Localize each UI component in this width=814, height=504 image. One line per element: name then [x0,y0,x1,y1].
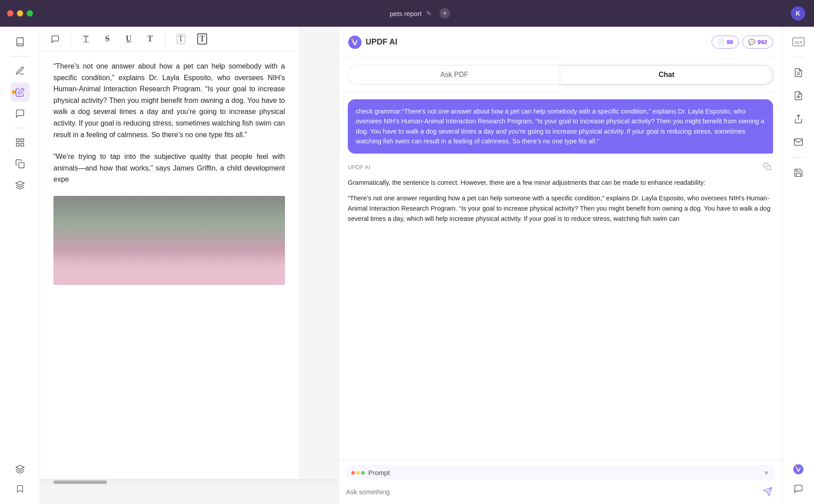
message-icon: 💬 [748,39,755,45]
prompt-dots [351,471,365,475]
tab-switcher: Ask PDF Chat [339,58,782,92]
layer-icon[interactable] [10,175,30,195]
comment-tool-icon[interactable] [47,31,63,47]
left-sidebar [0,27,40,504]
extract-icon[interactable] [789,86,808,106]
svg-marker-7 [16,465,24,469]
edit-icon[interactable]: ✎ [426,10,431,17]
right-sidebar: OCR [782,27,814,504]
tab-ask-pdf[interactable]: Ask PDF [348,65,561,85]
right-side-divider-2 [792,157,805,158]
svg-rect-11 [766,166,771,170]
svg-point-9 [351,38,354,41]
svg-point-10 [357,38,359,41]
ai-assist-icon[interactable] [789,459,808,479]
user-avatar[interactable]: K [791,6,805,20]
mail-icon[interactable] [789,132,808,152]
window-controls [7,10,33,16]
updf-logo: UPDF AI [348,35,397,49]
token-count: 99 [727,39,733,45]
minimize-button[interactable] [17,10,23,16]
ask-input-row [346,484,775,499]
token-badge[interactable]: 📄 99 [712,36,739,49]
toolbar-divider-2 [165,33,166,45]
sidebar-divider-2 [11,128,29,128]
layout-icon[interactable] [10,133,30,152]
chat-bubble-icon[interactable] [789,479,808,499]
right-side-divider-1 [792,57,805,57]
token-icon: 📄 [717,39,724,45]
ai-text-part-2: “There’s not one answer regarding how a … [348,193,773,224]
svg-marker-6 [16,181,24,185]
updf-logo-icon [348,35,362,49]
maximize-button[interactable] [27,10,33,16]
ai-message-1: UPDF AI Grammatically, the sentence is c… [348,161,773,230]
save-icon[interactable] [789,163,808,183]
strikethrough-icon[interactable]: S [99,31,115,47]
input-area: Prompt ▼ [339,459,782,504]
doc-bottom-scrollbar[interactable] [40,479,338,484]
ai-message-header: UPDF AI [348,161,773,174]
flower-image [53,196,285,285]
sidebar-divider-1 [11,56,29,57]
doc-scroll-thumb [53,480,107,484]
bookmark-icon[interactable] [10,479,30,499]
message-count: 992 [757,39,767,45]
ai-text-part-1: Grammatically, the sentence is correct. … [348,178,773,188]
dot-green [361,471,365,475]
svg-point-21 [795,466,797,468]
dot-red [351,471,355,475]
pen-tool-icon[interactable] [10,61,30,81]
svg-rect-3 [20,143,23,146]
text-format-icon[interactable]: T [173,31,189,47]
tab-title: pets report [390,10,422,17]
add-tab-button[interactable]: + [440,8,450,19]
share-icon[interactable] [789,109,808,129]
updf-label: UPDF AI [366,37,397,47]
tab-chat[interactable]: Chat [561,65,773,85]
svg-text:OCR: OCR [794,41,802,45]
svg-point-22 [799,466,801,468]
text-icon[interactable]: T [142,31,158,47]
ocr-icon[interactable]: OCR [789,32,808,52]
svg-rect-5 [19,163,24,168]
title-area: pets report ✎ + [390,8,450,19]
message-badge[interactable]: 💬 992 [742,36,773,49]
copy-message-icon[interactable] [761,161,773,174]
svg-point-20 [793,464,803,475]
prompt-chevron-icon: ▼ [763,469,769,476]
svg-marker-0 [18,88,24,94]
document-container: “There’s not one answer about how a pet … [40,52,338,504]
comment-icon[interactable] [10,104,30,123]
main-content: S U T T T “There’s not one answer about … [0,27,814,504]
ask-input[interactable] [346,488,756,496]
ai-header: UPDF AI 📄 99 💬 992 [339,27,782,58]
close-button[interactable] [7,10,13,16]
svg-rect-4 [16,143,19,146]
toolbar: S U T T T [40,27,298,52]
copy-doc-icon[interactable] [10,154,30,174]
paragraph-1: “There’s not one answer about how a pet … [53,61,285,140]
stack-icon[interactable] [10,459,30,479]
chat-area: check grammar:“There’s not one answer ab… [339,92,782,459]
active-dot [12,90,16,94]
document-image [53,196,285,285]
prompt-label: Prompt [368,469,760,476]
reader-icon[interactable] [10,32,30,52]
text-box-icon[interactable]: T [194,31,210,47]
paragraph-2: “We’re trying to tap into the subjective… [53,151,285,185]
right-sidebar-bottom [789,459,808,499]
svg-rect-1 [16,139,19,142]
left-panel: S U T T T “There’s not one answer about … [40,27,338,504]
scan-doc-icon[interactable] [789,63,808,82]
highlight-icon[interactable] [10,82,30,102]
toolbar-divider-1 [70,33,71,45]
prompt-selector[interactable]: Prompt ▼ [346,465,775,480]
ai-sender-label: UPDF AI [348,164,370,171]
svg-rect-2 [20,139,23,142]
font-style-icon[interactable] [78,31,94,47]
svg-point-8 [348,36,362,49]
send-button[interactable] [761,484,775,499]
underline-icon[interactable]: U [121,31,137,47]
ai-panel: UPDF AI 📄 99 💬 992 Ask PDF Chat check gr… [338,27,782,504]
